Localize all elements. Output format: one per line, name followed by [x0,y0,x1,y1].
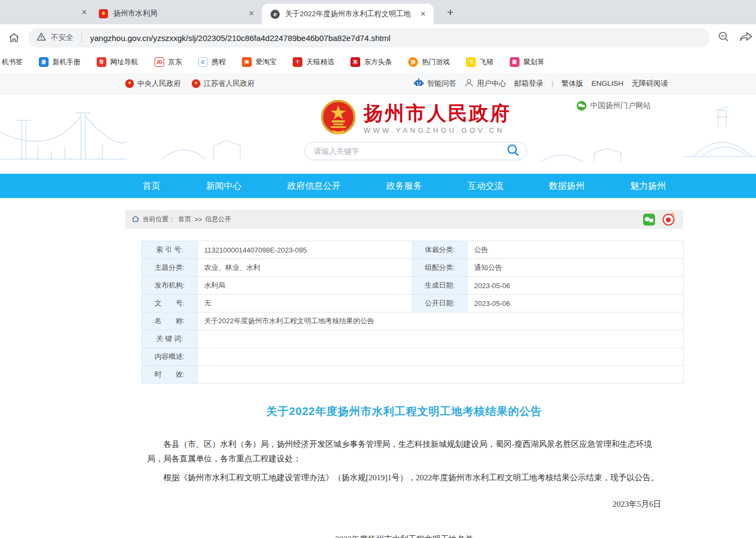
url-text[interactable]: yangzhou.gov.cn/yzszxxgk/slj/202305/210c… [90,33,390,43]
info-table-row: 时 效: [142,366,684,384]
topbar-link-text[interactable]: 邮箱登录 [514,79,543,88]
info-table-row: 索 引 号:11321000014407098E-2023-095体裁分类:公告 [142,241,684,259]
bookmark-label: 携程 [212,57,226,67]
topbar-link-text[interactable]: 无障碍阅读 [632,79,669,88]
browser-toolbar: 不安全 yangzhou.gov.cn/yzszxxgk/slj/202305/… [0,24,756,51]
overflow-tab-close-icon[interactable]: × [78,7,90,18]
info-label-cell: 文 号: [142,295,198,312]
nav-item[interactable]: 数据扬州 [549,180,585,192]
gov-topbar-right-links: 智能问答用户中心邮箱登录|繁体版ENGLISH无障碍阅读 [414,78,683,89]
topbar-link-text[interactable]: ENGLISH [591,79,623,87]
info-table-row: 关 键 词: [142,330,684,348]
nav-item[interactable]: 互动交流 [468,180,503,192]
address-bar[interactable]: 不安全 yangzhou.gov.cn/yzszxxgk/slj/202305/… [28,28,710,47]
portal-label: 中国扬州门户网站 [590,101,651,111]
topbar-link-person[interactable]: 用户中心 [464,78,506,89]
search-input[interactable] [314,147,506,155]
security-label: 不安全 [51,33,73,43]
info-value-cell: 11321000014407098E-2023-095 [198,241,413,259]
bookmark-favicon-icon: 淘 [242,57,252,67]
dark-globe-favicon-icon: e [271,10,280,19]
gov-portal-link[interactable]: 江苏省人民政府 [192,79,255,88]
wechat-share-icon[interactable] [643,214,655,226]
breadcrumb-home-link[interactable]: 首页 [178,215,191,224]
info-value-cell [198,348,684,366]
bookmark-item[interactable]: T天猫精选 [293,57,334,67]
bookmark-item[interactable]: JD京东 [154,57,182,67]
portal-link[interactable]: 中国扬州门户网站 [577,101,651,111]
emblem-icon [125,79,134,88]
address-divider [82,33,82,43]
bookmark-item[interactable]: 机书签 [2,57,23,67]
info-value-cell: 无 [198,295,413,312]
search-icon[interactable] [506,143,520,159]
gov-portal-link[interactable]: 中央人民政府 [125,79,181,88]
info-value-cell: 农业、林业、水利 [198,259,413,277]
bookmark-label: 爱淘宝 [255,57,276,67]
document-info-table: 索 引 号:11321000014407098E-2023-095体裁分类:公告… [141,241,684,384]
nav-item[interactable]: 首页 [143,180,160,192]
bookmark-label: 东方头条 [364,57,392,67]
site-banner: 扬州市人民政府 WWW.YANGZHOU.GOV.CN 中国扬州门户网站 [0,94,756,174]
info-label-cell: 时 效: [142,366,198,384]
search-box [305,142,527,160]
weibo-share-icon[interactable] [663,214,674,226]
breadcrumb-current[interactable]: 信息公开 [205,215,231,224]
info-value-cell [198,330,684,348]
browser-tab-bar: × ★扬州市水利局×e关于2022年度扬州市水利工程文明工地× + [0,0,756,24]
bookmark-item[interactable]: C携程 [198,57,226,67]
info-value-cell [198,366,684,384]
gov-link-label: 江苏省人民政府 [204,79,255,88]
bookmark-item[interactable]: 淘爱淘宝 [242,57,276,67]
bookmark-item[interactable]: 游热门游戏 [408,57,450,67]
browser-tab[interactable]: ★扬州市水利局× [90,3,262,24]
info-label-cell: 名 称: [142,312,198,330]
share-icon[interactable] [739,30,753,45]
tab-close-icon[interactable]: × [247,9,255,18]
tab-title: 扬州市水利局 [113,9,242,18]
bookmark-favicon-icon: 游 [408,57,418,67]
worksite-list-title: 2022年度扬州市水利工程文明工地名单 [125,534,683,538]
bookmark-item[interactable]: 飞飞猪 [466,57,494,67]
topbar-link-label: 邮箱登录 [514,79,543,88]
zoom-out-icon[interactable] [717,30,730,45]
bookmark-label: 飞猪 [480,57,494,67]
site-subtitle: WWW.YANGZHOU.GOV.CN [364,126,511,134]
bookmark-label: 天猫精选 [306,57,334,67]
gov-link-label: 中央人民政府 [137,79,181,88]
robot-icon [414,78,424,89]
breadcrumb: 当前位置： 首页 >> 信息公开 [125,210,683,229]
national-emblem-icon [321,99,356,138]
bookmark-label: 京东 [168,57,182,67]
site-logo[interactable]: 扬州市人民政府 WWW.YANGZHOU.GOV.CN [321,99,511,138]
nav-item[interactable]: 政务服务 [387,180,422,192]
topbar-link-label: 繁体版 [562,79,584,88]
bookmark-label: 聚划算 [523,57,544,67]
main-nav-items: 首页新闻中心政府信息公开政务服务互动交流数据扬州魅力扬州 [125,174,683,198]
bookmark-item[interactable]: 导网址导航 [97,57,138,67]
info-label-cell: 索 引 号: [142,241,198,259]
bookmark-item[interactable]: 东东方头条 [350,57,392,67]
nav-item[interactable]: 政府信息公开 [287,180,341,192]
topbar-link-text[interactable]: 繁体版 [562,79,584,88]
bookmark-item[interactable]: 册新机手册 [39,57,80,67]
info-label-cell: 关 键 词: [142,330,198,348]
info-label-cell: 发布机构: [142,277,198,295]
info-value-cell: 通知公告 [468,259,684,277]
info-table-row: 文 号:无公开日期:2023-05-06 [142,295,684,312]
tab-close-icon[interactable]: × [419,9,427,19]
gov-topbar: 中央人民政府江苏省人民政府 智能问答用户中心邮箱登录|繁体版ENGLISH无障碍… [0,73,756,94]
nav-item[interactable]: 魅力扬州 [630,180,666,192]
nav-item[interactable]: 新闻中心 [206,180,242,192]
home-icon[interactable] [8,31,21,44]
topbar-divider: | [551,79,554,87]
breadcrumb-separator: >> [194,216,202,223]
breadcrumb-home-icon [132,215,139,224]
bookmark-item[interactable]: 聚聚划算 [510,57,544,67]
browser-tab[interactable]: e关于2022年度扬州市水利工程文明工地× [262,4,434,24]
article-date: 2023年5月6日 [147,499,662,509]
topbar-link-robot[interactable]: 智能问答 [414,78,456,89]
new-tab-button[interactable]: + [443,6,457,19]
portal-globe-icon [577,101,586,111]
tab-strip: ★扬州市水利局×e关于2022年度扬州市水利工程文明工地× [90,0,434,24]
